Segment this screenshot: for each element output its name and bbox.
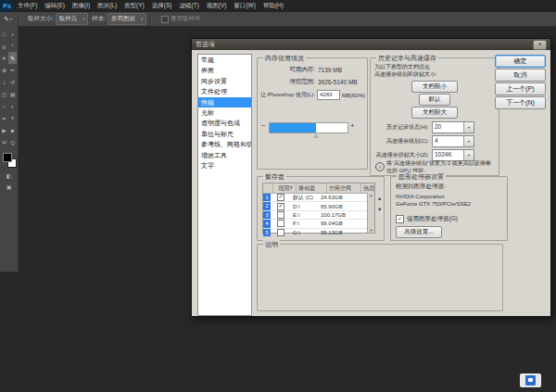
sidebar-item-performance[interactable]: 性能 xyxy=(198,97,251,107)
move-tool[interactable]: + xyxy=(8,28,17,40)
sidebar-item-units-rulers[interactable]: 单位与标尺 xyxy=(198,129,251,139)
scroll-down-icon[interactable]: ▼ xyxy=(370,228,373,233)
memory-slider-plus[interactable]: + xyxy=(350,121,355,130)
next-button[interactable]: 下一个(N) xyxy=(495,96,546,109)
menu-edit[interactable]: 编辑(E) xyxy=(41,2,69,10)
sample-label: 样本: xyxy=(92,15,106,23)
big-and-flat-button[interactable]: 文档较大 xyxy=(411,107,458,119)
foreground-color-swatch[interactable] xyxy=(3,153,12,162)
cache-levels-combo[interactable]: 4 ▾ xyxy=(432,135,474,147)
detected-gpu-label: 检测到图形处理器: xyxy=(396,183,505,191)
active-checkbox[interactable]: ✓ xyxy=(277,194,284,201)
hand-tool[interactable]: Ψ xyxy=(0,136,8,148)
graphics-processor-title: 图形处理器设置 xyxy=(397,172,446,181)
header-active: 现用? xyxy=(273,183,297,193)
show-sampling-ring-checkbox[interactable] xyxy=(161,16,169,23)
header-free-space: 空闲空间 xyxy=(327,183,361,193)
menu-help[interactable]: 帮助(H) xyxy=(259,2,287,10)
spot-healing-brush-tool[interactable]: ⊕ xyxy=(0,64,8,76)
sidebar-item-guides-grid-slices[interactable]: 参考线、网格和切片 xyxy=(198,139,251,149)
active-checkbox[interactable] xyxy=(277,211,284,219)
tray-notification[interactable] xyxy=(520,373,541,387)
use-gpu-checkbox[interactable]: ✓ xyxy=(396,215,404,223)
cancel-button[interactable]: 取消 xyxy=(495,69,546,82)
move-disk-down-button[interactable]: ▼ xyxy=(377,207,382,212)
menu-type[interactable]: 类型(Y) xyxy=(120,2,148,10)
menu-filter[interactable]: 滤镜(T) xyxy=(175,2,202,10)
menu-layer[interactable]: 图层(L) xyxy=(94,2,120,10)
sidebar-item-interface[interactable]: 界面 xyxy=(198,65,251,75)
divider xyxy=(150,14,152,24)
table-row[interactable]: 3 E:\ 100.17GB xyxy=(263,211,374,220)
eyedropper-tool[interactable]: ✎ xyxy=(8,52,17,64)
history-states-combo[interactable]: 20 ▾ xyxy=(432,121,474,133)
default-button[interactable]: 默认 xyxy=(419,94,450,106)
tall-and-thin-button[interactable]: 文档较小 xyxy=(411,81,458,93)
header-drive: 驱动器 xyxy=(297,183,327,193)
ime-tray-icon[interactable] xyxy=(525,375,536,386)
close-icon[interactable]: × xyxy=(533,40,547,50)
sidebar-item-plugins[interactable]: 增效工具 xyxy=(198,150,251,160)
table-row[interactable]: 5 G:\ 95.13GB xyxy=(263,229,374,236)
scroll-up-icon[interactable]: ▲ xyxy=(370,193,373,197)
dialog-titlebar[interactable]: 首选项 × xyxy=(192,39,550,50)
info-icon: i xyxy=(375,162,385,171)
menu-image[interactable]: 图像(I) xyxy=(69,2,94,10)
eyedropper-tool-preset[interactable]: ✎▾ xyxy=(4,16,12,23)
history-states-label: 历史记录状态(H): xyxy=(386,123,429,132)
advanced-settings-button[interactable]: 高级设置... xyxy=(396,226,442,238)
shape-tool[interactable]: ■ xyxy=(8,124,17,136)
magic-wand-tool[interactable]: * xyxy=(8,40,17,52)
clone-stamp-tool[interactable]: ⊥ xyxy=(0,76,8,88)
scratch-table-header: 现用? 驱动器 空闲空间 信息 xyxy=(263,183,374,194)
sidebar-item-cursors[interactable]: 光标 xyxy=(198,107,251,118)
type-tool[interactable]: T xyxy=(8,112,17,124)
sidebar-item-sync-settings[interactable]: 同步设置 xyxy=(198,76,251,86)
eraser-tool[interactable]: ◫ xyxy=(0,88,8,100)
path-selection-tool[interactable]: ▶ xyxy=(0,124,8,136)
lasso-tool[interactable]: ϱ xyxy=(0,40,8,52)
description-group: 说明 xyxy=(257,244,503,311)
use-gpu-label: 使用图形处理器(G) xyxy=(407,215,458,223)
rectangular-marquee-tool[interactable]: □ xyxy=(0,28,8,40)
sidebar-item-transparency-gamut[interactable]: 透明度与色域 xyxy=(198,118,251,128)
crop-tool[interactable]: # xyxy=(0,52,8,64)
memory-amount-input[interactable]: 4283 xyxy=(317,90,340,100)
memory-slider-minus[interactable]: − xyxy=(261,121,266,130)
table-scrollbar[interactable]: ▲ ▼ xyxy=(367,193,374,233)
menu-file[interactable]: 文件(F) xyxy=(14,2,41,10)
sample-size-dropdown[interactable]: 取样点▾ xyxy=(56,13,89,25)
zoom-tool[interactable]: Q xyxy=(8,136,17,148)
active-checkbox[interactable] xyxy=(277,229,284,236)
active-checkbox[interactable] xyxy=(277,220,284,227)
menubar: Ps 文件(F) 编辑(E) 图像(I) 图层(L) 类型(Y) 选择(S) 滤… xyxy=(0,0,556,12)
menu-window[interactable]: 窗口(W) xyxy=(230,2,259,10)
brush-tool[interactable]: ✏ xyxy=(8,64,17,76)
sidebar-item-file-handling[interactable]: 文件处理 xyxy=(198,86,251,96)
memory-slider[interactable] xyxy=(269,122,348,133)
tool-options-bar: ✎▾ 取样大小: 取样点▾ 样本: 所有图层▾ 显示取样环 xyxy=(0,12,556,27)
sidebar-item-type[interactable]: 文字 xyxy=(198,160,251,171)
table-row[interactable]: 2 ✓ D:\ 65.90GB xyxy=(263,202,374,210)
menu-select[interactable]: 选择(S) xyxy=(148,2,176,10)
dodge-tool[interactable]: ◐ xyxy=(8,100,17,112)
memory-slider-thumb[interactable] xyxy=(313,133,319,138)
history-brush-tool[interactable]: ↺ xyxy=(8,76,17,88)
sidebar-item-general[interactable]: 常规 xyxy=(198,55,251,65)
sample-dropdown[interactable]: 所有图层▾ xyxy=(107,13,146,25)
gradient-tool[interactable]: ▤ xyxy=(8,88,17,100)
prev-button[interactable]: 上一个(P) xyxy=(495,82,546,95)
quick-mask-button[interactable]: ◧ xyxy=(0,170,18,181)
table-row[interactable]: 1 ✓ 默认 (C) 24.63GB xyxy=(263,194,374,202)
active-checkbox[interactable]: ✓ xyxy=(277,203,284,210)
scratch-disks-table: 现用? 驱动器 空闲空间 信息 1 ✓ 默认 (C) 24.63GB 2 ✓ D… xyxy=(262,183,375,234)
move-disk-up-button[interactable]: ▲ xyxy=(377,196,382,201)
table-row[interactable]: 4 F:\ 99.04GB xyxy=(263,220,374,228)
screen-mode-button[interactable]: ▣ xyxy=(0,181,18,192)
pen-tool[interactable]: ✒ xyxy=(0,112,8,124)
blur-tool[interactable]: ○ xyxy=(0,100,8,112)
scratch-disks-group: 暂存盘 现用? 驱动器 空闲空间 信息 1 ✓ 默认 (C) 24.63GB xyxy=(257,176,385,241)
ok-button[interactable]: 确定 xyxy=(495,55,546,68)
menu-view[interactable]: 视图(V) xyxy=(203,2,231,10)
cache-levels-label: 高速缓存级别(C): xyxy=(386,137,429,145)
